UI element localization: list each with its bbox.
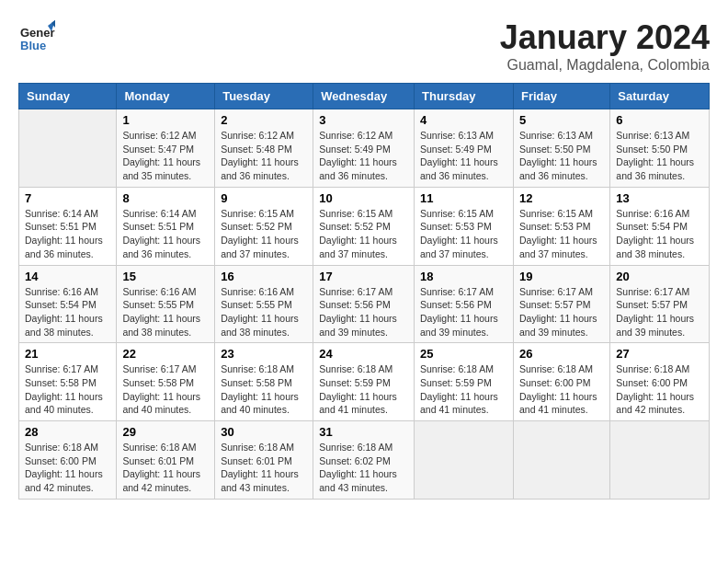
week-row-4: 21Sunrise: 6:17 AM Sunset: 5:58 PM Dayli…: [19, 343, 710, 421]
day-number: 21: [25, 347, 110, 361]
header-day-wednesday: Wednesday: [313, 84, 415, 109]
day-info: Sunrise: 6:17 AM Sunset: 5:58 PM Dayligh…: [25, 362, 110, 417]
day-info: Sunrise: 6:18 AM Sunset: 5:59 PM Dayligh…: [420, 362, 507, 417]
calendar-cell: 24Sunrise: 6:18 AM Sunset: 5:59 PM Dayli…: [313, 343, 415, 421]
day-info: Sunrise: 6:12 AM Sunset: 5:47 PM Dayligh…: [122, 129, 209, 183]
calendar-cell: [19, 109, 117, 188]
calendar-cell: 2Sunrise: 6:12 AM Sunset: 5:48 PM Daylig…: [215, 109, 313, 188]
calendar-cell: 25Sunrise: 6:18 AM Sunset: 5:59 PM Dayli…: [415, 343, 514, 421]
day-number: 11: [420, 191, 507, 205]
day-info: Sunrise: 6:18 AM Sunset: 5:58 PM Dayligh…: [221, 362, 307, 417]
calendar-cell: 6Sunrise: 6:13 AM Sunset: 5:50 PM Daylig…: [610, 109, 710, 188]
day-info: Sunrise: 6:18 AM Sunset: 6:00 PM Dayligh…: [25, 441, 110, 495]
day-number: 26: [519, 347, 604, 361]
calendar-cell: 26Sunrise: 6:18 AM Sunset: 6:00 PM Dayli…: [513, 343, 609, 421]
calendar-cell: 30Sunrise: 6:18 AM Sunset: 6:01 PM Dayli…: [215, 421, 313, 500]
header-day-thursday: Thursday: [415, 84, 514, 109]
day-info: Sunrise: 6:16 AM Sunset: 5:54 PM Dayligh…: [616, 207, 703, 261]
calendar-header: SundayMondayTuesdayWednesdayThursdayFrid…: [19, 84, 710, 109]
day-info: Sunrise: 6:15 AM Sunset: 5:52 PM Dayligh…: [319, 207, 408, 261]
calendar-cell: 19Sunrise: 6:17 AM Sunset: 5:57 PM Dayli…: [513, 265, 609, 343]
calendar-cell: 7Sunrise: 6:14 AM Sunset: 5:51 PM Daylig…: [19, 187, 117, 265]
day-info: Sunrise: 6:13 AM Sunset: 5:50 PM Dayligh…: [616, 129, 703, 183]
day-number: 1: [122, 113, 209, 127]
day-info: Sunrise: 6:18 AM Sunset: 6:00 PM Dayligh…: [616, 362, 703, 417]
calendar-cell: 10Sunrise: 6:15 AM Sunset: 5:52 PM Dayli…: [313, 187, 415, 265]
calendar-cell: [513, 421, 609, 500]
day-info: Sunrise: 6:14 AM Sunset: 5:51 PM Dayligh…: [25, 207, 110, 261]
page-title: January 2024: [500, 18, 710, 57]
title-block: January 2024 Guamal, Magdalena, Colombia: [500, 18, 710, 74]
day-number: 4: [420, 113, 507, 127]
header-day-tuesday: Tuesday: [215, 84, 313, 109]
calendar-cell: 18Sunrise: 6:17 AM Sunset: 5:56 PM Dayli…: [415, 265, 514, 343]
calendar-cell: 15Sunrise: 6:16 AM Sunset: 5:55 PM Dayli…: [117, 265, 215, 343]
day-info: Sunrise: 6:13 AM Sunset: 5:50 PM Dayligh…: [519, 129, 604, 183]
day-number: 16: [221, 270, 307, 283]
day-number: 12: [519, 191, 604, 205]
calendar-cell: 23Sunrise: 6:18 AM Sunset: 5:58 PM Dayli…: [215, 343, 313, 421]
calendar-cell: 13Sunrise: 6:16 AM Sunset: 5:54 PM Dayli…: [610, 187, 710, 265]
calendar-body: 1Sunrise: 6:12 AM Sunset: 5:47 PM Daylig…: [19, 109, 710, 500]
calendar-cell: 8Sunrise: 6:14 AM Sunset: 5:51 PM Daylig…: [117, 187, 215, 265]
header-row: SundayMondayTuesdayWednesdayThursdayFrid…: [19, 84, 710, 109]
day-number: 13: [616, 191, 703, 205]
day-info: Sunrise: 6:18 AM Sunset: 6:00 PM Dayligh…: [519, 362, 604, 417]
header-day-friday: Friday: [513, 84, 609, 109]
day-info: Sunrise: 6:16 AM Sunset: 5:55 PM Dayligh…: [221, 285, 307, 339]
week-row-3: 14Sunrise: 6:16 AM Sunset: 5:54 PM Dayli…: [19, 265, 710, 343]
day-info: Sunrise: 6:18 AM Sunset: 6:02 PM Dayligh…: [319, 441, 408, 495]
day-number: 27: [616, 347, 703, 361]
day-number: 19: [519, 270, 604, 283]
calendar-cell: 20Sunrise: 6:17 AM Sunset: 5:57 PM Dayli…: [610, 265, 710, 343]
calendar-cell: [610, 421, 710, 500]
week-row-5: 28Sunrise: 6:18 AM Sunset: 6:00 PM Dayli…: [19, 421, 710, 500]
day-info: Sunrise: 6:17 AM Sunset: 5:58 PM Dayligh…: [122, 362, 209, 417]
day-number: 7: [25, 191, 110, 205]
day-info: Sunrise: 6:17 AM Sunset: 5:56 PM Dayligh…: [319, 285, 408, 339]
calendar-cell: 22Sunrise: 6:17 AM Sunset: 5:58 PM Dayli…: [117, 343, 215, 421]
day-number: 2: [221, 113, 307, 127]
header-day-sunday: Sunday: [19, 84, 117, 109]
day-number: 28: [25, 425, 110, 439]
day-info: Sunrise: 6:16 AM Sunset: 5:54 PM Dayligh…: [25, 285, 110, 339]
calendar-cell: 12Sunrise: 6:15 AM Sunset: 5:53 PM Dayli…: [513, 187, 609, 265]
calendar-cell: 3Sunrise: 6:12 AM Sunset: 5:49 PM Daylig…: [313, 109, 415, 188]
day-number: 3: [319, 113, 408, 127]
calendar-cell: 28Sunrise: 6:18 AM Sunset: 6:00 PM Dayli…: [19, 421, 117, 500]
day-info: Sunrise: 6:18 AM Sunset: 6:01 PM Dayligh…: [122, 441, 209, 495]
day-number: 25: [420, 347, 507, 361]
calendar-cell: 31Sunrise: 6:18 AM Sunset: 6:02 PM Dayli…: [313, 421, 415, 500]
day-info: Sunrise: 6:12 AM Sunset: 5:48 PM Dayligh…: [221, 129, 307, 183]
calendar-cell: 11Sunrise: 6:15 AM Sunset: 5:53 PM Dayli…: [415, 187, 514, 265]
day-info: Sunrise: 6:18 AM Sunset: 5:59 PM Dayligh…: [319, 362, 408, 417]
page-subtitle: Guamal, Magdalena, Colombia: [500, 57, 710, 74]
day-number: 18: [420, 270, 507, 283]
day-number: 22: [122, 347, 209, 361]
day-number: 6: [616, 113, 703, 127]
day-info: Sunrise: 6:16 AM Sunset: 5:55 PM Dayligh…: [122, 285, 209, 339]
calendar-cell: 9Sunrise: 6:15 AM Sunset: 5:52 PM Daylig…: [215, 187, 313, 265]
day-info: Sunrise: 6:15 AM Sunset: 5:52 PM Dayligh…: [221, 207, 307, 261]
calendar-cell: 21Sunrise: 6:17 AM Sunset: 5:58 PM Dayli…: [19, 343, 117, 421]
svg-text:Blue: Blue: [20, 39, 46, 52]
calendar-cell: [415, 421, 514, 500]
logo: General Blue: [18, 18, 55, 55]
day-number: 14: [25, 270, 110, 283]
day-info: Sunrise: 6:15 AM Sunset: 5:53 PM Dayligh…: [519, 207, 604, 261]
calendar-table: SundayMondayTuesdayWednesdayThursdayFrid…: [18, 83, 710, 500]
day-number: 20: [616, 270, 703, 283]
day-number: 8: [122, 191, 209, 205]
day-number: 30: [221, 425, 307, 439]
header-day-monday: Monday: [117, 84, 215, 109]
calendar-cell: 17Sunrise: 6:17 AM Sunset: 5:56 PM Dayli…: [313, 265, 415, 343]
calendar-cell: 27Sunrise: 6:18 AM Sunset: 6:00 PM Dayli…: [610, 343, 710, 421]
day-info: Sunrise: 6:13 AM Sunset: 5:49 PM Dayligh…: [420, 129, 507, 183]
day-number: 10: [319, 191, 408, 205]
calendar-cell: 14Sunrise: 6:16 AM Sunset: 5:54 PM Dayli…: [19, 265, 117, 343]
logo-icon: General Blue: [18, 18, 55, 55]
day-number: 31: [319, 425, 408, 439]
day-number: 17: [319, 270, 408, 283]
week-row-1: 1Sunrise: 6:12 AM Sunset: 5:47 PM Daylig…: [19, 109, 710, 188]
day-number: 9: [221, 191, 307, 205]
